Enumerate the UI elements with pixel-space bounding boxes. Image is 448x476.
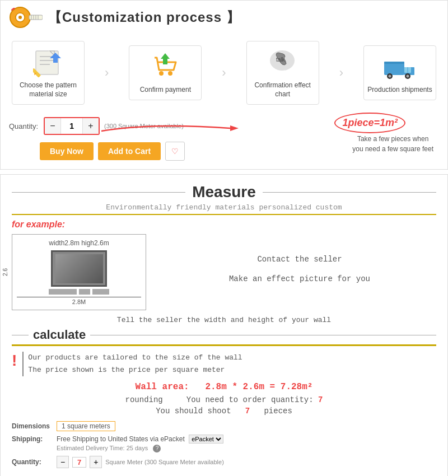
svg-point-7 xyxy=(18,16,22,19)
shoot-qty: 7 xyxy=(245,407,250,416)
step-2-label: Confirm payment xyxy=(140,86,191,95)
wall-area-formula-value: 2.8m * 2.6m = 7.28m² xyxy=(205,382,312,392)
quantity-bottom-control[interactable]: − 7 + Square Meter (300 Square Meter ava… xyxy=(57,456,224,468)
svg-marker-33 xyxy=(230,125,239,131)
buy-now-button[interactable]: Buy Now xyxy=(40,142,94,160)
page-title: 【Customization process 】 xyxy=(48,8,240,26)
shipping-detail: Estimated Delivery Time: 25 days ? xyxy=(57,445,161,452)
tell-seller-text: Tell the seller the width and height of … xyxy=(12,316,436,324)
svg-point-29 xyxy=(388,75,391,78)
arrow-3: › xyxy=(339,66,343,80)
step-2: Confirm payment xyxy=(129,45,202,101)
example-content: 2.6 width2.8m high2.6m 2.8M Contact the … xyxy=(12,234,436,310)
wall-area-label: Wall area: xyxy=(136,382,189,392)
step-4: Production shipments xyxy=(363,45,436,101)
dimensions-label: Dimensions xyxy=(12,422,57,430)
calculate-row: calculate xyxy=(12,328,436,342)
quantity-bottom-label: Quantity: xyxy=(12,458,57,466)
notice-box: ! Our products are tailored to the size … xyxy=(12,352,436,376)
arrow-2: › xyxy=(222,66,226,80)
step-3-label: Confirmation effect chart xyxy=(250,81,316,99)
svg-point-31 xyxy=(406,75,409,78)
svg-point-19 xyxy=(168,71,172,76)
furniture-2 xyxy=(79,289,90,295)
bottom-section: Measure Environmentally friendly materia… xyxy=(0,174,448,476)
process-steps: Choose the pattern material size › Confi… xyxy=(9,35,439,110)
measure-header: Measure xyxy=(12,183,436,201)
help-icon[interactable]: ? xyxy=(153,445,161,452)
yellow-divider xyxy=(12,344,436,346)
measure-line-right xyxy=(263,192,436,193)
red-arrow-icon xyxy=(96,120,264,137)
order-text: You need to order quantity: xyxy=(186,395,314,404)
shipping-detail-row: Estimated Delivery Time: 25 days ? xyxy=(12,445,436,452)
furniture-3 xyxy=(92,289,109,295)
exclamation-icon: ! xyxy=(12,353,17,376)
step-1-icon xyxy=(31,47,65,78)
tape-measure-icon xyxy=(9,6,43,29)
top-section: 【Customization process 】 xyxy=(0,0,448,170)
shipping-label: Shipping: xyxy=(12,435,57,443)
svg-text:talk: talk xyxy=(276,57,286,63)
tv-screen xyxy=(55,254,103,283)
quantity-row: Quantity: − + (300 Square Meter availabl… xyxy=(9,117,439,135)
measure-line-left xyxy=(12,192,185,193)
step-4-icon xyxy=(383,52,417,82)
contact-line-2: Make an effect picture for you xyxy=(163,272,436,286)
height-label: 2.6 xyxy=(2,268,8,276)
shipping-value: Free Shipping to United States via ePack… xyxy=(57,435,223,444)
svg-rect-32 xyxy=(384,62,404,64)
calculate-line-left xyxy=(12,335,29,335)
qty-increase-sm-button[interactable]: + xyxy=(90,456,102,468)
quantity-decrease-button[interactable]: − xyxy=(45,118,60,134)
notice-line-2: The price shown is the price per square … xyxy=(28,364,242,376)
rounding-label: rounding xyxy=(125,395,163,404)
shoot-line: You should shoot 7 pieces xyxy=(12,407,436,416)
step-4-label: Production shipments xyxy=(367,86,432,95)
qty-value-bottom: 7 xyxy=(72,457,86,468)
diagram-box: 2.6 width2.8m high2.6m 2.8M xyxy=(12,234,146,310)
contact-line-1: Contact the seller xyxy=(163,253,436,267)
dimensions-value: 1 square meters xyxy=(57,421,115,431)
order-line: rounding You need to order quantity: 7 xyxy=(12,395,436,404)
contact-box: Contact the seller Make an effect pictur… xyxy=(163,253,436,292)
tv-illustration xyxy=(51,250,107,287)
notice-line-1: Our products are tailored to the size of… xyxy=(28,352,242,364)
wishlist-button[interactable]: ♡ xyxy=(165,142,185,161)
step-2-icon xyxy=(148,52,182,82)
dimensions-row: Dimensions 1 square meters xyxy=(12,421,436,431)
qty-available-bottom: Square Meter (300 Square Meter available… xyxy=(105,459,224,465)
add-to-cart-button[interactable]: Add to Cart xyxy=(98,142,161,160)
measure-title: Measure xyxy=(192,183,256,201)
quantity-label: Quantity: xyxy=(9,122,38,130)
shipping-row: Shipping: Free Shipping to United States… xyxy=(12,435,436,444)
quantity-bottom-row: Quantity: − 7 + Square Meter (300 Square… xyxy=(12,456,436,468)
shoot-text: You should shoot xyxy=(156,407,231,416)
measure-subtitle: Environmentally friendly materials perso… xyxy=(12,203,436,215)
arrow-1: › xyxy=(105,66,109,80)
shipping-select[interactable]: ePacket xyxy=(189,435,223,444)
diagram-inner: width2.8m high2.6m 2.8M xyxy=(12,234,146,310)
step-1-label: Choose the pattern material size xyxy=(15,81,81,99)
piece-badge: 1piece=1m² xyxy=(334,113,405,133)
shoot-unit: pieces xyxy=(264,407,292,416)
svg-rect-24 xyxy=(384,63,404,75)
svg-point-18 xyxy=(159,71,164,76)
step-3-icon: talk xyxy=(266,47,300,78)
step-3: talk Confirmation effect chart xyxy=(246,41,319,105)
width-label: 2.8M xyxy=(17,297,141,305)
step-1: Choose the pattern material size xyxy=(12,41,85,105)
header-row: 【Customization process 】 xyxy=(9,6,439,29)
furniture-1 xyxy=(49,289,77,295)
quantity-input[interactable] xyxy=(60,118,83,134)
quantity-control[interactable]: − + xyxy=(44,117,100,135)
calculate-title: calculate xyxy=(33,328,86,342)
for-example-label: for example: xyxy=(12,220,436,230)
furniture-row xyxy=(17,289,141,295)
notice-lines: Our products are tailored to the size of… xyxy=(22,352,242,376)
piece-note: Take a few pieces whenyou need a few squ… xyxy=(352,134,433,154)
wall-area-formula: Wall area: 2.8m * 2.6m = 7.28m² xyxy=(12,382,436,392)
qty-decrease-sm-button[interactable]: − xyxy=(57,456,69,468)
order-qty: 7 xyxy=(318,395,323,404)
diagram-label: width2.8m high2.6m xyxy=(17,239,141,247)
